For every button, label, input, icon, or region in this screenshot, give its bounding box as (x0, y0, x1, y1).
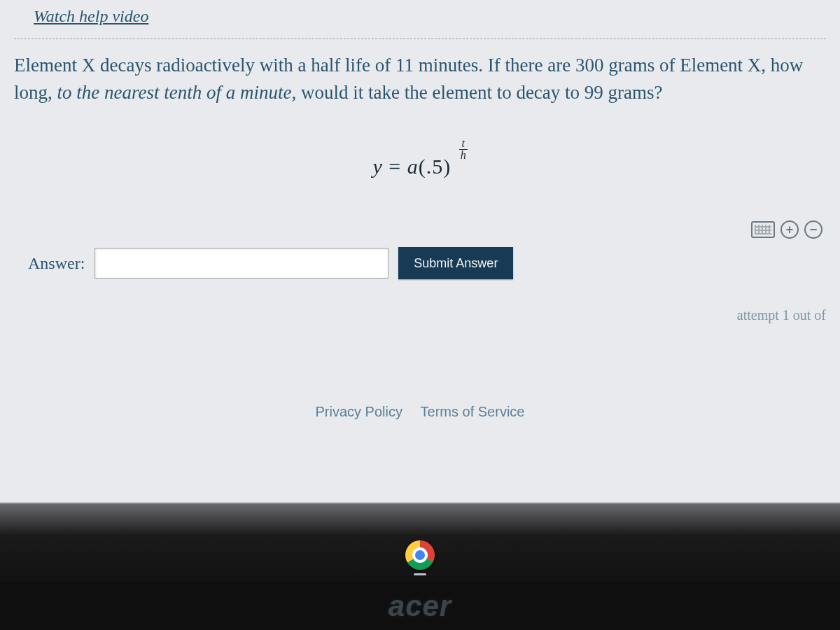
monitor-bezel: acer (0, 582, 840, 630)
formula-exp-den: h (459, 150, 468, 161)
attempt-counter: attempt 1 out of (14, 307, 826, 323)
chrome-running-indicator (414, 573, 426, 575)
formula-rparen: ) (443, 155, 451, 178)
os-taskbar (0, 536, 840, 575)
privacy-policy-link[interactable]: Privacy Policy (316, 404, 402, 419)
help-link-row: Watch help video (14, 0, 826, 39)
answer-label: Answer: (28, 254, 85, 273)
input-toolbar: + − (14, 220, 826, 239)
keyboard-icon[interactable] (751, 221, 775, 238)
answer-row: Answer: Submit Answer (14, 247, 826, 279)
formula-exp-num: t (459, 138, 468, 150)
formula-row: y = a(.5) t h (14, 145, 826, 178)
monitor-brand-label: acer (388, 589, 451, 623)
problem-suffix: would it take the element to decay to 99… (296, 82, 662, 103)
answer-input[interactable] (94, 248, 388, 279)
problem-panel: Watch help video Element X decays radioa… (0, 0, 840, 504)
zoom-out-icon[interactable]: − (804, 220, 822, 239)
formula-eq: = (383, 155, 407, 178)
formula-coef: a (407, 155, 419, 178)
watch-help-video-link[interactable]: Watch help video (34, 7, 148, 25)
formula-lhs: y (372, 155, 382, 178)
problem-italic: to the nearest tenth of a minute, (57, 82, 297, 103)
submit-answer-button[interactable]: Submit Answer (398, 247, 513, 279)
formula-base-val: .5 (426, 155, 444, 178)
footer-links: Privacy Policy Terms of Service (14, 323, 826, 420)
zoom-in-icon[interactable]: + (780, 220, 799, 239)
decay-formula: y = a(.5) t h (372, 145, 467, 178)
problem-statement: Element X decays radioactively with a ha… (14, 52, 826, 106)
terms-of-service-link[interactable]: Terms of Service (421, 404, 525, 419)
chrome-app-icon[interactable] (405, 540, 435, 570)
formula-lparen: ( (419, 155, 426, 178)
formula-exponent: t h (459, 138, 468, 161)
